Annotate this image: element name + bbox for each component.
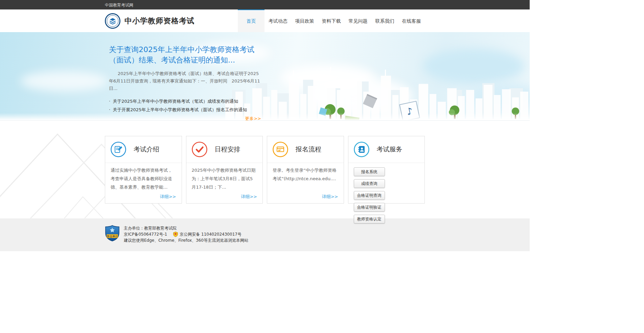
main-section: 考试介绍 通过实施中小学教师资格考试，考查申请人是否具备教师职业道德、基本素养、… bbox=[0, 121, 530, 218]
checkmark-icon bbox=[192, 142, 207, 157]
footer-text: 主办单位：教育部教育考试院 京ICP备05064772号-1 京公网安备 110… bbox=[124, 225, 248, 243]
card-title: 报名流程 bbox=[296, 145, 321, 154]
nav-item-downloads[interactable]: 资料下载 bbox=[318, 9, 345, 32]
institution-shield-icon: 事业单位 bbox=[105, 225, 120, 243]
detail-link[interactable]: 详细>> bbox=[322, 194, 338, 200]
banner-content: 关于查询2025年上半年中小学教师资格考试（面试）结果、考试合格证明的通知...… bbox=[109, 44, 268, 121]
nav-item-online-service[interactable]: 在线客服 bbox=[398, 9, 425, 32]
page-viewport: 中国教育考试网 中小学教师资格考试 首页 考试动态 bbox=[0, 0, 530, 251]
topbar-site-link[interactable]: 中国教育考试网 bbox=[105, 3, 133, 7]
card-exam-services: 考试服务 报名系统 成绩查询 合格证明查询 合格证明验证 教师资格认定 bbox=[348, 136, 425, 204]
detail-link[interactable]: 详细>> bbox=[160, 194, 176, 200]
service-button-registration[interactable]: 报名系统 bbox=[354, 167, 385, 176]
cloud-decoration bbox=[20, 71, 108, 91]
service-button-teacher-certification[interactable]: 教师资格认定 bbox=[354, 215, 385, 223]
main-nav: 首页 考试动态 项目政策 资料下载 常见问题 联系我们 在线客服 bbox=[238, 9, 425, 32]
contact-book-icon bbox=[354, 142, 369, 157]
id-card-icon bbox=[273, 142, 288, 157]
footer: 事业单位 主办单位：教育部教育考试院 京ICP备05064772号-1 京公网安… bbox=[0, 218, 530, 251]
nav-item-exam-news[interactable]: 考试动态 bbox=[264, 9, 291, 32]
service-button-certificate-verify[interactable]: 合格证明验证 bbox=[354, 203, 385, 212]
city-skyline-illustration bbox=[225, 56, 530, 120]
browser-tip: 建议您使用Edge、Chrome、Firefox、360等主流浏览器浏览本网站 bbox=[124, 237, 248, 243]
more-link[interactable]: 更多>> bbox=[109, 116, 261, 121]
brand[interactable]: 中小学教师资格考试 bbox=[105, 9, 194, 32]
card-title: 考试介绍 bbox=[134, 145, 159, 154]
cards-row: 考试介绍 通过实施中小学教师资格考试，考查申请人是否具备教师职业道德、基本素养、… bbox=[105, 121, 425, 204]
decor-cube bbox=[343, 116, 359, 121]
service-button-certificate-query[interactable]: 合格证明查询 bbox=[354, 191, 385, 200]
footer-organizer: 主办单位：教育部教育考试院 bbox=[124, 225, 248, 231]
site-logo-icon bbox=[105, 13, 120, 29]
nav-item-policies[interactable]: 项目政策 bbox=[291, 9, 318, 32]
news-item[interactable]: 关于开展2025年上半年中小学教师资格考试（面试）报名工作的通知 bbox=[109, 105, 268, 114]
music-note-cube-icon bbox=[399, 101, 420, 121]
detail-link[interactable]: 详细>> bbox=[241, 194, 257, 200]
service-buttons: 报名系统 成绩查询 合格证明查询 合格证明验证 教师资格认定 bbox=[348, 163, 425, 223]
police-badge-icon bbox=[173, 232, 178, 237]
card-text: 通过实施中小学教师资格考试，考查申请人是否具备教师职业道德、基本素养、教育教学能… bbox=[105, 163, 182, 191]
site-title: 中小学教师资格考试 bbox=[124, 16, 194, 26]
icp-link[interactable]: 京ICP备05064772号-1 bbox=[124, 231, 167, 237]
card-title: 日程安排 bbox=[215, 145, 240, 154]
card-schedule: 日程安排 2025年中小学教师资格考试日期为：上半年笔试3月8日，面试5月17-… bbox=[186, 136, 263, 204]
card-text: 登录。考生登录“中小学教师资格考试”(http://ntce.neea.edu.… bbox=[267, 163, 344, 183]
badge-label: 事业单位 bbox=[107, 235, 118, 238]
pencil-paper-icon bbox=[111, 142, 126, 157]
topbar: 中国教育考试网 bbox=[0, 0, 530, 9]
hero-banner: 关于查询2025年上半年中小学教师资格考试（面试）结果、考试合格证明的通知...… bbox=[0, 32, 530, 121]
card-exam-intro: 考试介绍 通过实施中小学教师资格考试，考查申请人是否具备教师职业道德、基本素养、… bbox=[105, 136, 182, 204]
service-button-score-query[interactable]: 成绩查询 bbox=[354, 179, 385, 188]
nav-item-contact[interactable]: 联系我们 bbox=[371, 9, 398, 32]
card-registration-process: 报名流程 登录。考生登录“中小学教师资格考试”(http://ntce.neea… bbox=[267, 136, 344, 204]
nav-item-faq[interactable]: 常见问题 bbox=[345, 9, 371, 32]
news-item[interactable]: 关于2025年上半年中小学教师资格考试（笔试）成绩发布的通知 bbox=[109, 97, 268, 105]
nav-item-home[interactable]: 首页 bbox=[238, 9, 264, 32]
decor-cube bbox=[319, 108, 327, 116]
card-title: 考试服务 bbox=[377, 145, 402, 154]
header: 中小学教师资格考试 首页 考试动态 项目政策 资料下载 常见问题 联系我们 在线… bbox=[0, 9, 530, 32]
card-text: 2025年中小学教师资格考试日期为：上半年笔试3月8日，面试5月17-18日；下… bbox=[186, 163, 263, 191]
banner-news-list: 关于2025年上半年中小学教师资格考试（笔试）成绩发布的通知 关于开展2025年… bbox=[109, 97, 268, 114]
banner-notice-summary: 2025年上半年中小学教师资格考试（面试）结果、考试合格证明于2025年6月11… bbox=[109, 70, 261, 92]
banner-notice-title[interactable]: 关于查询2025年上半年中小学教师资格考试（面试）结果、考试合格证明的通知... bbox=[109, 44, 268, 65]
police-record-link[interactable]: 京公网安备 11040202430017号 bbox=[180, 231, 242, 237]
